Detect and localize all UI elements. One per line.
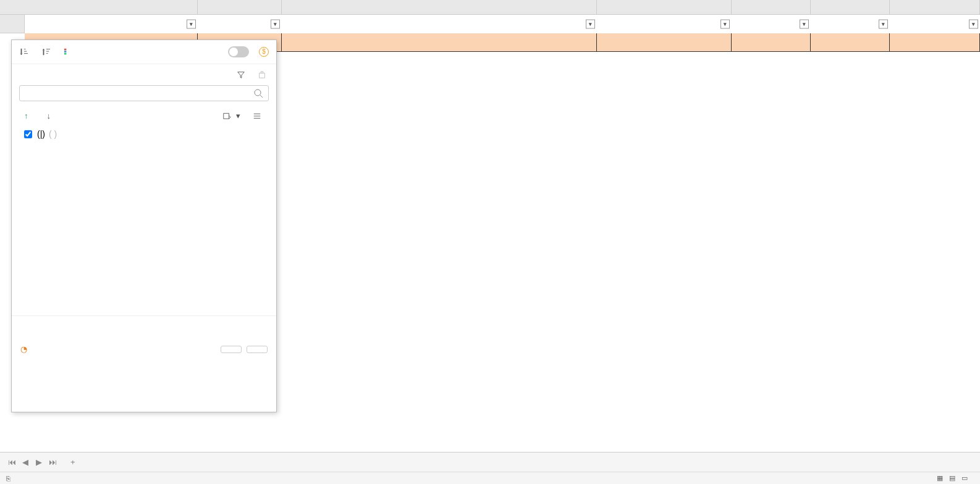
panel-footer: ◔ [12,338,276,360]
list-header-name[interactable]: ↑ [24,111,28,120]
sort-desc-button[interactable] [41,48,53,56]
show-all-link[interactable] [12,328,276,338]
col-header-f[interactable] [811,0,890,14]
tab-next-icon[interactable]: ▶ [33,457,44,467]
status-icon: ⎘ [6,475,11,482]
ok-button[interactable] [221,346,242,353]
filter-dropdown-icon[interactable]: ▾ [187,20,196,29]
header-max [890,33,980,52]
column-headers [0,0,980,15]
region-label [12,315,276,328]
select-all-item[interactable]: (|) ( ) [24,127,264,141]
add-sheet-button[interactable]: + [64,457,82,467]
list-header-count[interactable]: ↓ [47,111,51,120]
filter-dropdown-icon[interactable]: ▾ [969,20,978,29]
view-page-icon[interactable]: ▤ [949,474,955,482]
filter-dropdown-icon[interactable]: ▾ [800,20,809,29]
cancel-button[interactable] [247,346,268,353]
col-header-e[interactable] [732,0,811,14]
clear-conditions-button[interactable] [258,70,269,79]
pie-icon: ◔ [20,344,27,354]
row-number[interactable] [0,15,25,33]
svg-rect-2 [64,53,67,55]
list-header: ↑ ↓ ▾ [12,107,276,124]
header-code [597,33,732,52]
title-row: ▾ ▾ ▾ ▾ ▾ ▾ ▾ [25,15,980,33]
sort-asc-button[interactable] [19,48,30,56]
view-break-icon[interactable]: ▭ [961,474,968,482]
filter-list[interactable]: (|) ( ) [12,124,276,315]
filter-dropdown-icon[interactable]: ▾ [879,20,888,29]
svg-point-3 [255,90,261,96]
text-filter-button[interactable] [237,70,248,79]
col-header-c[interactable] [282,0,597,14]
view-normal-icon[interactable]: ▦ [937,474,943,482]
col-header-g[interactable] [890,0,980,14]
tab-last-icon[interactable]: ⏭ [47,457,58,467]
col-header-d[interactable] [597,0,732,14]
tab-first-icon[interactable]: ⏮ [6,457,17,467]
search-box [19,85,269,101]
svg-rect-0 [64,49,67,51]
coin-icon: $ [259,47,269,57]
status-bar: ⎘ ▦ ▤ ▭ [0,472,980,484]
export-button[interactable]: ▾ [222,111,240,120]
sheet-tabs-bar: ⏮ ◀ ▶ ⏭ + [0,452,980,472]
svg-rect-1 [64,51,67,52]
panel-toolbar: $ [12,40,276,64]
search-input[interactable] [25,89,253,98]
filter-dropdown-icon[interactable]: ▾ [271,20,280,29]
panel-tabs [12,64,276,79]
color-sort-button[interactable] [64,48,75,56]
row-numbers [0,15,25,33]
search-icon [253,88,263,98]
select-all-checkbox[interactable] [24,130,32,138]
header-min [732,33,811,52]
tab-prev-icon[interactable]: ◀ [20,457,31,467]
col-header-a[interactable] [25,0,198,14]
tab-nav-buttons: ⏮ ◀ ▶ ⏭ [0,457,64,467]
filter-dropdown-icon[interactable]: ▾ [586,20,595,29]
header-avg [811,33,890,52]
advanced-mode-toggle[interactable] [228,46,249,57]
options-button[interactable] [253,111,264,120]
col-header-b[interactable] [198,0,282,14]
filter-panel: $ ↑ ↓ ▾ (|) ( ) ◔ [11,40,277,412]
filter-dropdown-icon[interactable]: ▾ [720,20,730,29]
header-unit [282,33,597,52]
